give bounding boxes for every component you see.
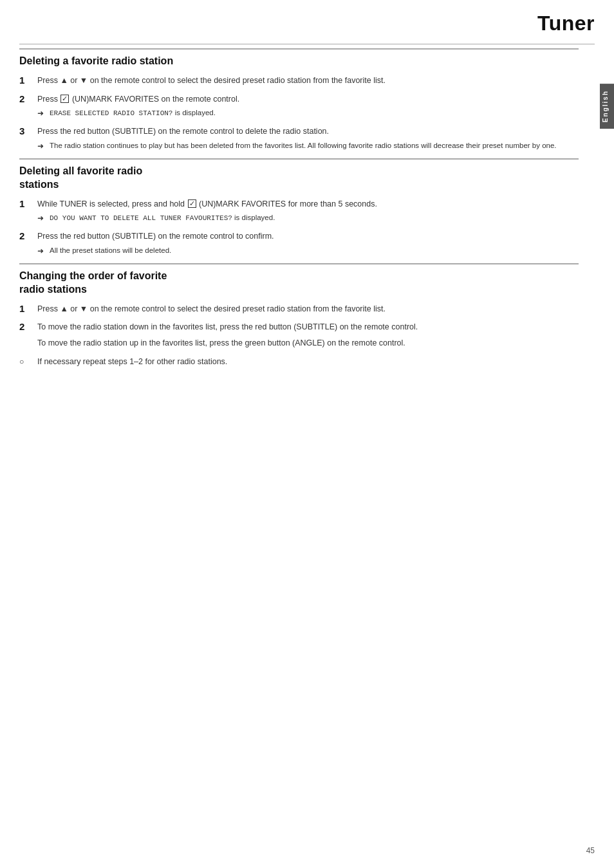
checkbox-icon	[188, 199, 196, 208]
arrow-symbol: ➜	[37, 245, 48, 257]
section-header-change-order: Changing the order of favoriteradio stat…	[19, 263, 579, 297]
step-number: 3	[19, 125, 37, 136]
step-1-delete-all: 1 While TUNER is selected, press and hol…	[19, 198, 579, 225]
step-number: 2	[19, 93, 37, 104]
step-number: 2	[19, 230, 37, 241]
step-number: 1	[19, 303, 37, 314]
arrow-symbol: ➜	[37, 212, 48, 224]
step-number: 1	[19, 198, 37, 209]
page-wrapper: Tuner English Deleting a favorite radio …	[0, 0, 614, 868]
step-2-delete-favorite: 2 Press (UN)MARK FAVORITES on the remote…	[19, 93, 579, 120]
arrow-note: ➜ All the preset stations will be delete…	[37, 245, 579, 257]
section-title-delete-favorite: Deleting a favorite radio station	[19, 55, 579, 68]
step-content: Press the red button (SUBTITLE) on the r…	[37, 230, 579, 257]
arrow-symbol: ➜	[37, 107, 48, 119]
sub-note: To move the radio station up in the favo…	[37, 337, 579, 349]
step-number: 2	[19, 321, 37, 332]
arrow-text: DO YOU WANT TO DELETE ALL TUNER FAVOURIT…	[50, 212, 275, 223]
arrow-symbol: ➜	[37, 140, 48, 152]
step-number: 1	[19, 75, 37, 86]
checkbox-icon	[60, 95, 69, 103]
bullet-text: If necessary repeat steps 1–2 for other …	[37, 356, 227, 368]
section-delete-all: Deleting all favorite radiostations 1 Wh…	[19, 158, 579, 257]
arrow-text: ERASE SELECTED RADIO STATION? is display…	[50, 107, 216, 118]
section-header-delete-all: Deleting all favorite radiostations	[19, 158, 579, 192]
step-content: Press ▲ or ▼ on the remote control to se…	[37, 303, 579, 315]
step-content: Press (UN)MARK FAVORITES on the remote c…	[37, 93, 579, 120]
page-number: 45	[586, 846, 595, 855]
step-2-change-order: 2 To move the radio station down in the …	[19, 321, 579, 349]
bullet-row: ○ If necessary repeat steps 1–2 for othe…	[19, 356, 579, 368]
step-1-change-order: 1 Press ▲ or ▼ on the remote control to …	[19, 303, 579, 315]
arrow-text: All the preset stations will be deleted.	[50, 245, 171, 255]
main-content: Deleting a favorite radio station 1 Pres…	[19, 48, 579, 399]
step-content: Press the red button (SUBTITLE) on the r…	[37, 125, 579, 152]
bullet-circle: ○	[19, 356, 37, 366]
section-title-delete-all: Deleting all favorite radiostations	[19, 165, 579, 192]
step-3-delete-favorite: 3 Press the red button (SUBTITLE) on the…	[19, 125, 579, 152]
step-content: To move the radio station down in the fa…	[37, 321, 579, 349]
page-title-area: Tuner	[537, 12, 595, 35]
section-title-change-order: Changing the order of favoriteradio stat…	[19, 270, 579, 297]
top-rule	[19, 44, 595, 44]
step-content: While TUNER is selected, press and hold …	[37, 198, 579, 225]
page-title: Tuner	[537, 12, 595, 35]
step-2-delete-all: 2 Press the red button (SUBTITLE) on the…	[19, 230, 579, 257]
arrow-text: The radio station continues to play but …	[50, 140, 557, 151]
step-content: Press ▲ or ▼ on the remote control to se…	[37, 75, 579, 87]
arrow-note: ➜ ERASE SELECTED RADIO STATION? is displ…	[37, 107, 579, 119]
section-delete-favorite: Deleting a favorite radio station 1 Pres…	[19, 48, 579, 152]
arrow-note: ➜ The radio station continues to play bu…	[37, 140, 579, 152]
arrow-note: ➜ DO YOU WANT TO DELETE ALL TUNER FAVOUR…	[37, 212, 579, 224]
section-header-delete-favorite: Deleting a favorite radio station	[19, 48, 579, 68]
side-tab: English	[600, 84, 614, 129]
step-1-delete-favorite: 1 Press ▲ or ▼ on the remote control to …	[19, 75, 579, 87]
section-change-order: Changing the order of favoriteradio stat…	[19, 263, 579, 368]
